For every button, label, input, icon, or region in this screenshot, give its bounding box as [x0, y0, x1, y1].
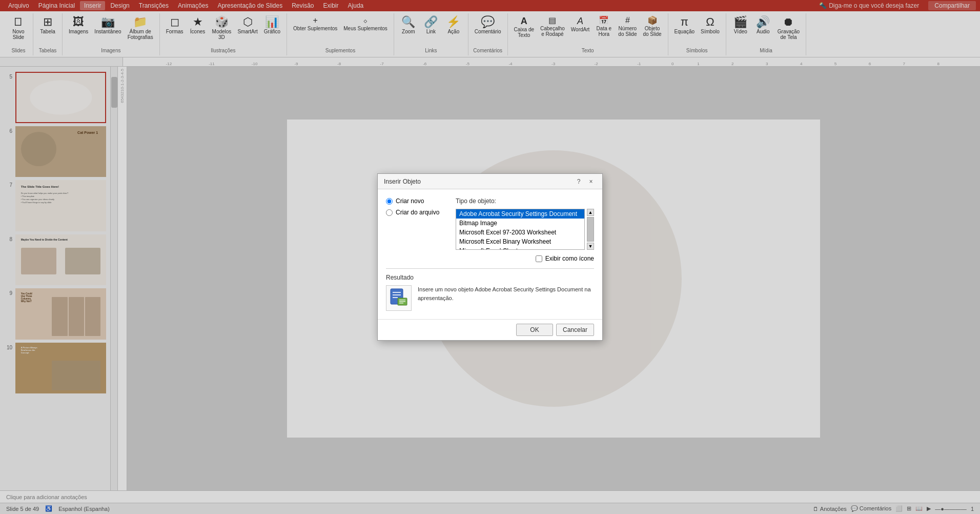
scroll-down-btn[interactable]: ▼: [587, 243, 594, 250]
svg-rect-1: [393, 292, 401, 293]
radio-criar-arquivo[interactable]: Criar do arquivo: [386, 209, 447, 216]
show-as-icon-label: Exibir como ícone: [545, 255, 594, 262]
dialog-close-btn[interactable]: ×: [586, 176, 596, 187]
list-item-excel-binary[interactable]: Microsoft Excel Binary Worksheet: [456, 237, 584, 246]
radio-criar-novo-input[interactable]: [386, 198, 393, 205]
svg-rect-3: [393, 297, 398, 298]
result-icon: [386, 285, 412, 311]
dialog-main-row: Criar novo Criar do arquivo Tipo de obje…: [386, 197, 594, 262]
dialog-overlay: Inserir Objeto ? × Criar novo Criar do a…: [0, 0, 980, 514]
svg-rect-6: [399, 301, 405, 302]
show-as-icon-checkbox[interactable]: [536, 255, 542, 262]
result-text: Insere um novo objeto Adobe Acrobat Secu…: [418, 285, 594, 302]
list-item-adobe[interactable]: Adobe Acrobat Security Settings Document: [456, 209, 584, 219]
dialog-title: Inserir Objeto: [384, 178, 421, 185]
scroll-thumb: [587, 217, 594, 242]
radio-criar-arquivo-label: Criar do arquivo: [396, 209, 439, 216]
object-type-label: Tipo de objeto:: [456, 197, 594, 205]
dialog-body: Criar novo Criar do arquivo Tipo de obje…: [378, 189, 602, 319]
svg-rect-5: [399, 300, 405, 301]
dialog-left-panel: Criar novo Criar do arquivo: [386, 197, 447, 262]
object-type-list[interactable]: Adobe Acrobat Security Settings Document…: [456, 209, 585, 250]
result-section: Resultado Ins: [386, 268, 594, 311]
cancel-button[interactable]: Cancelar: [556, 324, 594, 336]
dialog-help-btn[interactable]: ?: [574, 176, 584, 187]
radio-criar-novo[interactable]: Criar novo: [386, 197, 447, 205]
list-item-excel-chart[interactable]: Microsoft Excel Chart: [456, 246, 584, 250]
dialog-title-bar: Inserir Objeto ? ×: [378, 174, 602, 189]
scroll-up-btn[interactable]: ▲: [587, 209, 594, 216]
dialog-controls: ? ×: [574, 176, 596, 187]
ok-button[interactable]: OK: [516, 324, 553, 336]
svg-rect-7: [399, 303, 403, 304]
list-scrollbar[interactable]: ▲ ▼: [587, 209, 594, 250]
svg-rect-2: [393, 294, 401, 295]
list-item-bitmap[interactable]: Bitmap Image: [456, 219, 584, 228]
checkbox-row: Exibir como ícone: [456, 255, 594, 262]
dialog-footer: OK Cancelar: [378, 319, 602, 340]
result-label: Resultado: [386, 274, 594, 281]
result-content: Insere um novo objeto Adobe Acrobat Secu…: [386, 285, 594, 311]
radio-criar-novo-label: Criar novo: [396, 197, 424, 205]
radio-criar-arquivo-input[interactable]: [386, 209, 393, 216]
insert-object-dialog: Inserir Objeto ? × Criar novo Criar do a…: [377, 173, 603, 341]
dialog-right-panel: Tipo de objeto: Adobe Acrobat Security S…: [456, 197, 594, 262]
list-item-excel97[interactable]: Microsoft Excel 97-2003 Worksheet: [456, 228, 584, 237]
